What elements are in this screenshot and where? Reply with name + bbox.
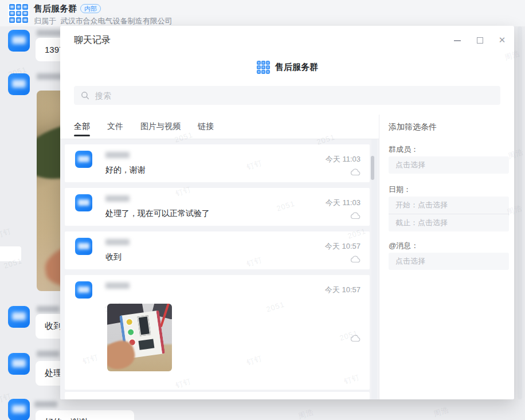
group-avatar-icon bbox=[256, 60, 271, 74]
cloud-icon[interactable] bbox=[350, 212, 361, 219]
message-row[interactable]: 处理了，现在可以正常试验了 今天 11:03 bbox=[65, 188, 370, 226]
message-time: 今天 10:57 bbox=[325, 241, 361, 252]
cloud-icon[interactable] bbox=[350, 256, 361, 263]
maximize-icon[interactable] bbox=[476, 36, 484, 44]
message-row[interactable]: 收到 今天 10:57 bbox=[65, 231, 370, 269]
sender-name-redacted bbox=[105, 195, 130, 202]
filter-panel-title: 添加筛选条件 bbox=[389, 122, 437, 132]
tab-all[interactable]: 全部 bbox=[74, 115, 90, 139]
sender-name-redacted bbox=[37, 30, 63, 36]
cloud-icon[interactable] bbox=[350, 335, 361, 342]
avatar-blurred bbox=[75, 238, 92, 255]
message-row[interactable]: 今天 10:57 bbox=[65, 275, 370, 390]
ownership-prefix: 归属于 bbox=[34, 17, 56, 25]
message-row-partial bbox=[65, 392, 370, 399]
sender-name-redacted bbox=[105, 282, 130, 289]
screen: 售后服务群 内部 归属于 武汉市合众电气设备制造有限公司 1397 收到 处理 bbox=[0, 0, 525, 420]
message-text: 处理了，现在可以正常试验了 bbox=[105, 209, 210, 219]
avatar-blurred bbox=[75, 151, 92, 168]
date-filter-block: 开始：点击选择 截止：点击选择 bbox=[389, 197, 509, 231]
tab-label: 链接 bbox=[198, 121, 214, 132]
avatar[interactable] bbox=[8, 353, 30, 375]
sender-name-redacted bbox=[105, 152, 130, 158]
white-patch bbox=[0, 246, 21, 261]
list-scrollbar-thumb[interactable] bbox=[371, 156, 374, 180]
active-tab-underline bbox=[74, 135, 90, 136]
message-row[interactable]: 好的，谢谢 今天 11:03 bbox=[65, 144, 370, 182]
message-time: 今天 11:03 bbox=[326, 198, 361, 208]
search-input[interactable] bbox=[94, 91, 440, 101]
group-title: 售后服务群 bbox=[34, 3, 77, 14]
message-time: 今天 11:03 bbox=[326, 154, 361, 164]
list-scrollbar-track[interactable] bbox=[371, 139, 377, 399]
search-bar[interactable] bbox=[74, 86, 500, 105]
minimize-icon[interactable] bbox=[453, 36, 461, 44]
date-end-select[interactable]: 截止：点击选择 bbox=[389, 214, 509, 231]
message-bubble[interactable]: 好的，谢谢 bbox=[36, 410, 134, 420]
close-icon[interactable]: ✕ bbox=[498, 36, 506, 44]
header-titles: 售后服务群 内部 归属于 武汉市合众电气设备制造有限公司 bbox=[34, 3, 173, 26]
at-message-filter-select[interactable]: 点击选择 bbox=[389, 253, 509, 270]
avatar[interactable] bbox=[8, 73, 30, 95]
window-scrollbar[interactable] bbox=[518, 26, 522, 399]
date-start-select[interactable]: 开始：点击选择 bbox=[389, 197, 509, 214]
search-icon bbox=[81, 91, 89, 100]
company-name: 武汉市合众电气设备制造有限公司 bbox=[61, 17, 173, 25]
group-avatar-icon[interactable] bbox=[8, 3, 29, 24]
photo-message-thumbnail[interactable] bbox=[107, 304, 172, 371]
tab-files[interactable]: 文件 bbox=[107, 115, 123, 139]
tab-label: 文件 bbox=[107, 121, 123, 132]
app-header: 售后服务群 内部 归属于 武汉市合众电气设备制造有限公司 bbox=[0, 0, 525, 26]
modal-group-name: 售后服务群 bbox=[275, 62, 318, 73]
member-filter-label: 群成员： bbox=[389, 144, 418, 155]
tab-links[interactable]: 链接 bbox=[198, 115, 214, 139]
date-filter-label: 日期： bbox=[389, 185, 411, 195]
tab-label: 全部 bbox=[74, 121, 90, 132]
tab-media[interactable]: 图片与视频 bbox=[140, 115, 181, 139]
internal-badge: 内部 bbox=[80, 4, 101, 13]
avatar-blurred bbox=[75, 281, 92, 299]
at-message-filter-label: @消息： bbox=[389, 241, 418, 251]
avatar-blurred bbox=[75, 194, 92, 211]
filter-panel: 添加筛选条件 群成员： 点击选择 日期： 开始：点击选择 截止：点击选择 @消息… bbox=[379, 115, 514, 399]
modal-title: 聊天记录 bbox=[74, 34, 111, 46]
tab-bar: 全部 文件 图片与视频 链接 bbox=[60, 115, 379, 139]
sender-name-redacted bbox=[37, 306, 60, 312]
message-text: 收到 bbox=[105, 252, 122, 262]
sender-name-redacted bbox=[34, 401, 57, 407]
sender-name-redacted bbox=[105, 239, 130, 245]
message-time: 今天 10:57 bbox=[325, 285, 361, 295]
modal-group-header: 售后服务群 bbox=[60, 60, 514, 74]
avatar[interactable] bbox=[8, 306, 30, 328]
message-list: 好的，谢谢 今天 11:03 处理了，现在可以正常试验了 今天 11:03 bbox=[60, 139, 379, 399]
sender-name-redacted bbox=[37, 73, 63, 80]
sender-name-redacted bbox=[37, 351, 60, 357]
avatar[interactable] bbox=[8, 30, 30, 52]
message-text: 好的，谢谢 bbox=[105, 165, 146, 175]
window-controls: ✕ bbox=[453, 36, 506, 44]
member-filter-select[interactable]: 点击选择 bbox=[389, 156, 509, 174]
chat-history-modal: 聊天记录 ✕ 售后服务群 全部 文件 bbox=[60, 26, 514, 399]
tab-label: 图片与视频 bbox=[140, 121, 181, 132]
cloud-icon[interactable] bbox=[350, 168, 361, 176]
avatar[interactable] bbox=[8, 399, 30, 420]
